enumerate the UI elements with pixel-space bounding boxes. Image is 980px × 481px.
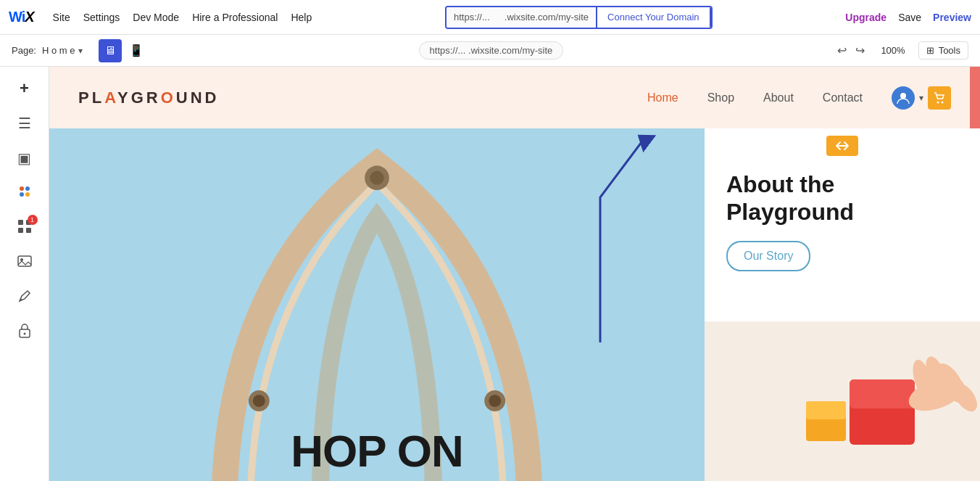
redo-button[interactable]: ↪ xyxy=(852,41,868,60)
page-label: Page: H o m e ▾ xyxy=(12,45,83,56)
cart-icon[interactable] xyxy=(928,86,951,110)
database-icon: ▣ xyxy=(17,149,31,167)
nav-devmode[interactable]: Dev Mode xyxy=(133,12,179,23)
top-bar: WiX Site Settings Dev Mode Hire a Profes… xyxy=(0,0,980,35)
about-panel: About the Playground Our Story xyxy=(705,128,980,481)
svg-point-17 xyxy=(370,171,383,185)
svg-rect-7 xyxy=(26,228,31,233)
sidebar-item-apps[interactable]: 1 xyxy=(9,212,41,244)
svg-point-19 xyxy=(253,395,265,407)
sidebar-item-menu[interactable]: ☰ xyxy=(9,107,41,139)
url-prefix: https://... xyxy=(447,7,497,28)
add-icon: + xyxy=(20,79,29,98)
undo-button[interactable]: ↩ xyxy=(834,41,850,60)
sidebar-item-paint[interactable] xyxy=(9,177,41,209)
canvas-area: PLAYGROUND Home Shop About Contact ▾ xyxy=(49,67,980,481)
hand-toy-visual xyxy=(705,321,980,481)
top-bar-center: https://... .wixsite.com/my-site Connect… xyxy=(325,6,832,29)
sidebar-item-pen[interactable] xyxy=(9,281,41,313)
image-icon xyxy=(17,253,33,273)
device-buttons: 🖥 📱 xyxy=(99,39,148,62)
hero-text: HOP ON xyxy=(49,429,705,474)
desktop-view-button[interactable]: 🖥 xyxy=(99,39,122,62)
svg-point-13 xyxy=(937,101,939,103)
connect-domain-button[interactable]: Connect Your Domain xyxy=(596,6,710,29)
save-button[interactable]: Save xyxy=(898,12,921,23)
lock-icon xyxy=(17,323,32,342)
zoom-level: 100% xyxy=(875,42,910,59)
svg-point-2 xyxy=(20,192,24,197)
left-sidebar: + ☰ ▣ xyxy=(0,67,49,481)
nav-contact[interactable]: Contact xyxy=(823,91,863,104)
apps-badge: 1 xyxy=(28,215,38,225)
menu-icon: ☰ xyxy=(18,115,31,132)
nav-settings[interactable]: Settings xyxy=(83,12,120,23)
user-dropdown-icon[interactable]: ▾ xyxy=(919,93,923,103)
right-accent-bar xyxy=(970,67,980,128)
user-avatar[interactable] xyxy=(892,86,915,110)
svg-rect-26 xyxy=(806,401,846,419)
svg-point-21 xyxy=(489,395,501,407)
site-logo: PLAYGROUND xyxy=(78,89,219,107)
top-nav: Site Settings Dev Mode Hire a Profession… xyxy=(53,12,312,23)
site-nav: Home Shop About Contact xyxy=(647,91,863,104)
nav-help[interactable]: Help xyxy=(291,12,312,23)
upgrade-button[interactable]: Upgrade xyxy=(845,12,886,23)
full-url[interactable]: https://... .wixsite.com/my-site xyxy=(419,41,564,59)
url-second: https://... .wixsite.com/my-site xyxy=(155,41,828,59)
tools-grid-icon: ⊞ xyxy=(926,45,934,56)
sidebar-item-lock[interactable] xyxy=(9,316,41,348)
top-bar-right: Upgrade Save Preview xyxy=(845,12,971,23)
svg-point-12 xyxy=(900,93,906,99)
svg-rect-4 xyxy=(18,220,23,225)
mobile-view-button[interactable]: 📱 xyxy=(125,39,148,62)
svg-rect-8 xyxy=(18,256,31,266)
site-header: PLAYGROUND Home Shop About Contact ▾ xyxy=(49,67,980,128)
nav-home[interactable]: Home xyxy=(647,91,678,104)
undo-redo: ↩ ↪ xyxy=(834,41,868,60)
svg-point-11 xyxy=(23,332,25,334)
site-main: HOP ON xyxy=(49,128,705,481)
sidebar-item-add[interactable]: + xyxy=(9,73,41,104)
svg-rect-6 xyxy=(18,228,23,233)
hero-line1: HOP ON xyxy=(49,429,705,474)
sidebar-item-database[interactable]: ▣ xyxy=(9,142,41,174)
nav-site[interactable]: Site xyxy=(53,12,70,23)
main-area: + ☰ ▣ xyxy=(0,67,980,481)
page-text: Page: xyxy=(12,45,36,56)
paint-icon xyxy=(17,184,33,203)
nav-about[interactable]: About xyxy=(763,91,794,104)
svg-point-0 xyxy=(20,186,24,191)
svg-rect-24 xyxy=(850,379,915,408)
page-name: H o m e xyxy=(42,45,75,56)
tools-label: Tools xyxy=(939,45,960,56)
chevron-down-icon[interactable]: ▾ xyxy=(78,46,83,56)
tools-button[interactable]: ⊞ Tools xyxy=(918,41,968,59)
wix-logo: WiX xyxy=(9,9,34,25)
resize-handle[interactable] xyxy=(826,136,858,156)
svg-point-3 xyxy=(25,192,30,197)
svg-point-1 xyxy=(25,186,30,191)
our-story-button[interactable]: Our Story xyxy=(726,241,810,271)
site-content: HOP ON About the Playground Our Story xyxy=(49,128,980,481)
url-bar[interactable]: https://... .wixsite.com/my-site Connect… xyxy=(445,6,713,29)
preview-button[interactable]: Preview xyxy=(933,12,971,23)
second-bar: Page: H o m e ▾ 🖥 📱 https://... .wixsite… xyxy=(0,35,980,67)
site-header-icons: ▾ xyxy=(892,86,951,110)
pen-icon xyxy=(17,288,33,308)
sidebar-item-image[interactable] xyxy=(9,247,41,279)
url-suffix: .wixsite.com/my-site xyxy=(497,7,596,28)
nav-hire[interactable]: Hire a Professional xyxy=(192,12,278,23)
nav-shop[interactable]: Shop xyxy=(707,91,734,104)
about-title: About the Playground xyxy=(726,170,958,226)
svg-point-14 xyxy=(942,101,944,103)
about-image-area xyxy=(705,321,980,481)
